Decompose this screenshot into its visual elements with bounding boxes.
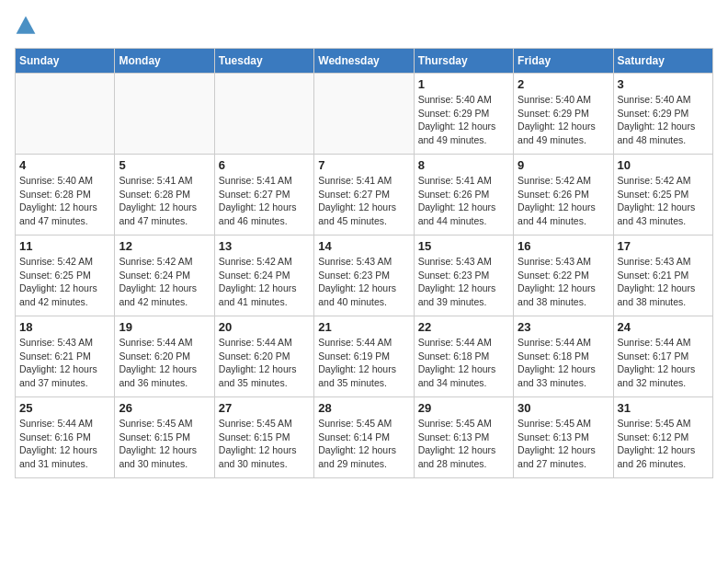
calendar-cell: 8Sunrise: 5:41 AM Sunset: 6:26 PM Daylig… bbox=[414, 155, 513, 236]
day-info: Sunrise: 5:44 AM Sunset: 6:18 PM Dayligh… bbox=[518, 336, 609, 390]
calendar-cell bbox=[16, 74, 115, 155]
day-info: Sunrise: 5:41 AM Sunset: 6:26 PM Dayligh… bbox=[418, 174, 509, 228]
calendar-week-1: 1Sunrise: 5:40 AM Sunset: 6:29 PM Daylig… bbox=[16, 74, 713, 155]
day-info: Sunrise: 5:44 AM Sunset: 6:20 PM Dayligh… bbox=[219, 336, 310, 390]
day-info: Sunrise: 5:42 AM Sunset: 6:24 PM Dayligh… bbox=[119, 255, 210, 309]
day-info: Sunrise: 5:41 AM Sunset: 6:27 PM Dayligh… bbox=[219, 174, 310, 228]
day-number: 15 bbox=[418, 239, 509, 253]
logo-icon bbox=[15, 15, 37, 37]
weekday-header-wednesday: Wednesday bbox=[314, 49, 414, 74]
day-number: 27 bbox=[219, 401, 310, 415]
day-number: 23 bbox=[518, 320, 609, 334]
day-info: Sunrise: 5:42 AM Sunset: 6:25 PM Dayligh… bbox=[19, 255, 110, 309]
calendar-cell: 21Sunrise: 5:44 AM Sunset: 6:19 PM Dayli… bbox=[314, 316, 414, 397]
day-info: Sunrise: 5:43 AM Sunset: 6:23 PM Dayligh… bbox=[318, 255, 409, 309]
day-number: 4 bbox=[19, 158, 110, 172]
day-number: 29 bbox=[418, 401, 509, 415]
day-info: Sunrise: 5:42 AM Sunset: 6:26 PM Dayligh… bbox=[518, 174, 609, 228]
calendar-cell: 15Sunrise: 5:43 AM Sunset: 6:23 PM Dayli… bbox=[414, 236, 513, 316]
svg-marker-0 bbox=[17, 17, 36, 34]
calendar-cell: 6Sunrise: 5:41 AM Sunset: 6:27 PM Daylig… bbox=[214, 155, 313, 236]
day-number: 22 bbox=[418, 320, 509, 334]
weekday-header-saturday: Saturday bbox=[613, 49, 712, 74]
page-header bbox=[15, 15, 713, 37]
day-number: 18 bbox=[19, 320, 110, 334]
day-number: 28 bbox=[318, 401, 409, 415]
day-info: Sunrise: 5:44 AM Sunset: 6:18 PM Dayligh… bbox=[418, 336, 509, 390]
day-number: 31 bbox=[618, 401, 709, 415]
day-info: Sunrise: 5:45 AM Sunset: 6:12 PM Dayligh… bbox=[618, 417, 709, 471]
calendar-cell: 28Sunrise: 5:45 AM Sunset: 6:14 PM Dayli… bbox=[314, 397, 414, 478]
day-info: Sunrise: 5:45 AM Sunset: 6:13 PM Dayligh… bbox=[518, 417, 609, 471]
day-info: Sunrise: 5:43 AM Sunset: 6:22 PM Dayligh… bbox=[518, 255, 609, 309]
calendar-cell: 22Sunrise: 5:44 AM Sunset: 6:18 PM Dayli… bbox=[414, 316, 513, 397]
calendar-cell: 24Sunrise: 5:44 AM Sunset: 6:17 PM Dayli… bbox=[613, 316, 712, 397]
day-info: Sunrise: 5:43 AM Sunset: 6:21 PM Dayligh… bbox=[618, 255, 709, 309]
day-number: 16 bbox=[518, 239, 609, 253]
logo bbox=[15, 15, 39, 37]
day-number: 24 bbox=[618, 320, 709, 334]
day-info: Sunrise: 5:40 AM Sunset: 6:29 PM Dayligh… bbox=[518, 93, 609, 147]
calendar-cell: 12Sunrise: 5:42 AM Sunset: 6:24 PM Dayli… bbox=[115, 236, 214, 316]
calendar-week-2: 4Sunrise: 5:40 AM Sunset: 6:28 PM Daylig… bbox=[16, 155, 713, 236]
calendar-cell: 23Sunrise: 5:44 AM Sunset: 6:18 PM Dayli… bbox=[514, 316, 613, 397]
calendar-week-5: 25Sunrise: 5:44 AM Sunset: 6:16 PM Dayli… bbox=[16, 397, 713, 478]
day-number: 12 bbox=[119, 239, 210, 253]
day-number: 3 bbox=[618, 77, 709, 91]
day-number: 7 bbox=[318, 158, 409, 172]
weekday-header-monday: Monday bbox=[115, 49, 214, 74]
day-info: Sunrise: 5:41 AM Sunset: 6:27 PM Dayligh… bbox=[318, 174, 409, 228]
calendar-cell bbox=[214, 74, 313, 155]
calendar-cell: 30Sunrise: 5:45 AM Sunset: 6:13 PM Dayli… bbox=[514, 397, 613, 478]
calendar-week-3: 11Sunrise: 5:42 AM Sunset: 6:25 PM Dayli… bbox=[16, 236, 713, 316]
calendar-cell: 18Sunrise: 5:43 AM Sunset: 6:21 PM Dayli… bbox=[16, 316, 115, 397]
day-number: 25 bbox=[19, 401, 110, 415]
day-info: Sunrise: 5:40 AM Sunset: 6:29 PM Dayligh… bbox=[618, 93, 709, 147]
day-info: Sunrise: 5:45 AM Sunset: 6:15 PM Dayligh… bbox=[219, 417, 310, 471]
day-info: Sunrise: 5:45 AM Sunset: 6:14 PM Dayligh… bbox=[318, 417, 409, 471]
calendar-cell: 16Sunrise: 5:43 AM Sunset: 6:22 PM Dayli… bbox=[514, 236, 613, 316]
day-number: 17 bbox=[618, 239, 709, 253]
calendar-cell: 29Sunrise: 5:45 AM Sunset: 6:13 PM Dayli… bbox=[414, 397, 513, 478]
day-number: 20 bbox=[219, 320, 310, 334]
day-info: Sunrise: 5:42 AM Sunset: 6:25 PM Dayligh… bbox=[618, 174, 709, 228]
weekday-header-thursday: Thursday bbox=[414, 49, 513, 74]
calendar-cell: 3Sunrise: 5:40 AM Sunset: 6:29 PM Daylig… bbox=[613, 74, 712, 155]
calendar-cell: 14Sunrise: 5:43 AM Sunset: 6:23 PM Dayli… bbox=[314, 236, 414, 316]
weekday-header-tuesday: Tuesday bbox=[214, 49, 313, 74]
calendar-cell: 7Sunrise: 5:41 AM Sunset: 6:27 PM Daylig… bbox=[314, 155, 414, 236]
day-info: Sunrise: 5:44 AM Sunset: 6:16 PM Dayligh… bbox=[19, 417, 110, 471]
day-number: 26 bbox=[119, 401, 210, 415]
calendar-cell: 11Sunrise: 5:42 AM Sunset: 6:25 PM Dayli… bbox=[16, 236, 115, 316]
calendar-cell: 2Sunrise: 5:40 AM Sunset: 6:29 PM Daylig… bbox=[514, 74, 613, 155]
day-number: 30 bbox=[518, 401, 609, 415]
day-info: Sunrise: 5:43 AM Sunset: 6:21 PM Dayligh… bbox=[19, 336, 110, 390]
calendar-cell: 19Sunrise: 5:44 AM Sunset: 6:20 PM Dayli… bbox=[115, 316, 214, 397]
day-number: 6 bbox=[219, 158, 310, 172]
day-info: Sunrise: 5:45 AM Sunset: 6:13 PM Dayligh… bbox=[418, 417, 509, 471]
calendar-cell: 17Sunrise: 5:43 AM Sunset: 6:21 PM Dayli… bbox=[613, 236, 712, 316]
day-number: 13 bbox=[219, 239, 310, 253]
calendar-cell bbox=[115, 74, 214, 155]
calendar-cell: 10Sunrise: 5:42 AM Sunset: 6:25 PM Dayli… bbox=[613, 155, 712, 236]
calendar-cell: 13Sunrise: 5:42 AM Sunset: 6:24 PM Dayli… bbox=[214, 236, 313, 316]
day-info: Sunrise: 5:42 AM Sunset: 6:24 PM Dayligh… bbox=[219, 255, 310, 309]
day-info: Sunrise: 5:44 AM Sunset: 6:19 PM Dayligh… bbox=[318, 336, 409, 390]
weekday-header-sunday: Sunday bbox=[16, 49, 115, 74]
day-number: 8 bbox=[418, 158, 509, 172]
day-number: 10 bbox=[618, 158, 709, 172]
calendar-cell: 5Sunrise: 5:41 AM Sunset: 6:28 PM Daylig… bbox=[115, 155, 214, 236]
calendar-table: SundayMondayTuesdayWednesdayThursdayFrid… bbox=[15, 48, 713, 478]
day-number: 11 bbox=[19, 239, 110, 253]
day-number: 19 bbox=[119, 320, 210, 334]
calendar-cell: 26Sunrise: 5:45 AM Sunset: 6:15 PM Dayli… bbox=[115, 397, 214, 478]
day-number: 21 bbox=[318, 320, 409, 334]
day-number: 1 bbox=[418, 77, 509, 91]
day-info: Sunrise: 5:43 AM Sunset: 6:23 PM Dayligh… bbox=[418, 255, 509, 309]
calendar-cell: 27Sunrise: 5:45 AM Sunset: 6:15 PM Dayli… bbox=[214, 397, 313, 478]
day-number: 2 bbox=[518, 77, 609, 91]
calendar-cell: 31Sunrise: 5:45 AM Sunset: 6:12 PM Dayli… bbox=[613, 397, 712, 478]
day-number: 9 bbox=[518, 158, 609, 172]
calendar-cell: 25Sunrise: 5:44 AM Sunset: 6:16 PM Dayli… bbox=[16, 397, 115, 478]
day-number: 14 bbox=[318, 239, 409, 253]
